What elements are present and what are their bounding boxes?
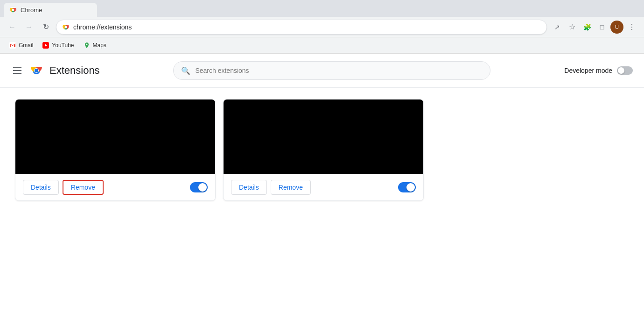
address-bar[interactable]: chrome://extensions xyxy=(56,20,547,35)
bookmark-gmail-label: Gmail xyxy=(19,42,33,49)
extension-details-button-2[interactable]: Details xyxy=(231,180,267,195)
gmail-favicon xyxy=(9,42,16,49)
bookmark-maps[interactable]: Maps xyxy=(80,40,110,50)
share-icon: ↗ xyxy=(554,23,560,31)
bookmark-maps-label: Maps xyxy=(93,42,106,49)
page-content: Extensions 🔍 Developer mode Details Remo… xyxy=(0,54,644,320)
search-container: 🔍 xyxy=(105,61,559,80)
hamburger-line-3 xyxy=(13,73,21,74)
bookmark-button[interactable]: ☆ xyxy=(566,21,579,34)
tab-bar: Chrome xyxy=(0,0,644,17)
share-button[interactable]: ↗ xyxy=(551,21,564,34)
bookmark-youtube[interactable]: YouTube xyxy=(39,40,77,50)
avatar-initial: U xyxy=(615,24,619,30)
toggle-thumb xyxy=(618,67,624,74)
maps-favicon xyxy=(84,42,90,49)
star-icon: ☆ xyxy=(569,22,575,31)
search-input[interactable] xyxy=(195,67,483,74)
extension-remove-button-2[interactable]: Remove xyxy=(271,180,311,195)
refresh-icon: ↻ xyxy=(43,22,49,31)
profile-avatar[interactable]: U xyxy=(610,21,623,34)
extension-remove-button-1[interactable]: Remove xyxy=(63,180,104,195)
extensions-icon: 🧩 xyxy=(583,23,591,31)
extension-actions-2: Details Remove xyxy=(224,174,423,200)
hamburger-line-1 xyxy=(13,67,21,68)
active-tab[interactable]: Chrome xyxy=(4,3,97,17)
search-bar[interactable]: 🔍 xyxy=(173,61,490,80)
tab-favicon-chrome xyxy=(9,6,17,14)
svg-point-12 xyxy=(35,69,38,72)
extension-preview-2 xyxy=(224,100,423,174)
developer-mode-toggle[interactable] xyxy=(617,66,633,75)
address-favicon xyxy=(62,23,70,31)
svg-point-8 xyxy=(86,43,87,45)
svg-point-4 xyxy=(65,26,67,28)
extensions-header: Extensions 🔍 Developer mode xyxy=(0,54,644,88)
tab-title: Chrome xyxy=(21,7,42,14)
address-text: chrome://extensions xyxy=(73,23,132,31)
developer-mode-container: Developer mode xyxy=(564,66,633,75)
extension-card-2: Details Remove xyxy=(223,99,424,201)
youtube-favicon xyxy=(42,42,49,49)
extensions-grid: Details Remove Details Remove xyxy=(0,88,644,212)
refresh-button[interactable]: ↻ xyxy=(39,21,52,34)
ext-toggle-thumb-1 xyxy=(198,183,207,192)
hamburger-menu-button[interactable] xyxy=(11,65,23,76)
svg-point-2 xyxy=(12,9,14,11)
extension-preview-1 xyxy=(15,100,215,174)
ext-toggle-thumb-2 xyxy=(406,183,415,192)
forward-button[interactable]: → xyxy=(22,21,35,34)
hamburger-line-2 xyxy=(13,70,21,71)
split-icon: □ xyxy=(600,23,604,31)
chrome-menu-button[interactable]: ⋮ xyxy=(625,21,638,34)
back-button[interactable]: ← xyxy=(6,21,19,34)
bookmarks-bar: Gmail YouTube Maps xyxy=(0,37,644,53)
page-title: Extensions xyxy=(49,64,100,77)
search-icon: 🔍 xyxy=(181,66,190,75)
developer-mode-label: Developer mode xyxy=(564,67,612,74)
bookmark-gmail[interactable]: Gmail xyxy=(6,40,37,50)
forward-icon: → xyxy=(25,23,33,31)
extensions-button[interactable]: 🧩 xyxy=(581,21,594,34)
split-view-button[interactable]: □ xyxy=(595,21,609,34)
nav-actions: ↗ ☆ 🧩 □ U ⋮ xyxy=(551,21,638,34)
extension-actions-1: Details Remove xyxy=(15,174,215,200)
chrome-logo xyxy=(29,63,44,78)
nav-bar: ← → ↻ chrome://extensions ↗ ☆ xyxy=(0,17,644,37)
vertical-dots-icon: ⋮ xyxy=(628,22,636,31)
extension-details-button-1[interactable]: Details xyxy=(23,180,59,195)
extension-toggle-2[interactable] xyxy=(398,182,416,192)
extension-card-1: Details Remove xyxy=(15,99,216,201)
bookmark-youtube-label: YouTube xyxy=(52,42,74,49)
browser-chrome: Chrome ← → ↻ chrome://extensions xyxy=(0,0,644,54)
extension-toggle-1[interactable] xyxy=(190,182,208,192)
back-icon: ← xyxy=(8,23,16,31)
